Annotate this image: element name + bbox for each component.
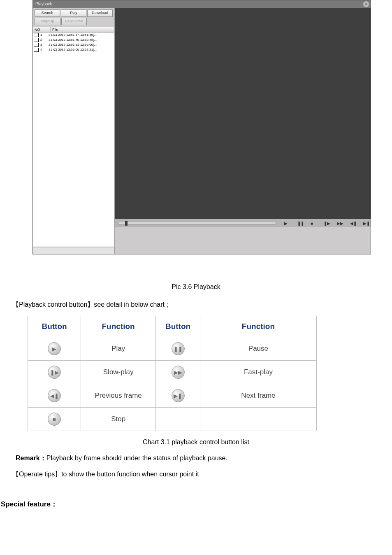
prev-frame-icon[interactable]: ◀❚ bbox=[350, 221, 354, 225]
close-icon[interactable]: ✕ bbox=[363, 1, 369, 7]
file-list-header: NO File bbox=[33, 27, 114, 33]
row-file: 31-03-2012 13:56:00-13:57:21[... bbox=[49, 47, 114, 52]
slider-thumb-icon[interactable] bbox=[125, 221, 128, 226]
th-button: Button bbox=[28, 316, 81, 337]
th-function: Function bbox=[81, 316, 156, 337]
th-function: Function bbox=[200, 316, 316, 337]
left-footer bbox=[33, 247, 114, 254]
empty-cell bbox=[200, 408, 316, 431]
row-file: 31-03-2012 13:51:40-13:52:45[... bbox=[49, 37, 114, 42]
table-row: ❚▶ Slow-play ▶▶ Fast-play bbox=[28, 361, 317, 384]
func-cell: Fast-play bbox=[200, 361, 316, 384]
download-button[interactable]: Download bbox=[87, 9, 113, 17]
th-button: Button bbox=[156, 316, 200, 337]
play-icon[interactable]: ▶ bbox=[284, 221, 288, 225]
window-titlebar: Playback ✕ bbox=[33, 0, 371, 8]
table-caption: Chart 3.1 playback control button list bbox=[12, 438, 380, 446]
func-cell: Slow-play bbox=[81, 361, 156, 384]
list-item[interactable]: 2 31-03-2012 13:51:40-13:52:45[... bbox=[33, 37, 114, 42]
remark-label: Remark： bbox=[16, 455, 46, 462]
bottom-strip bbox=[115, 227, 371, 254]
row-no: 1 bbox=[39, 33, 49, 37]
pageup-button[interactable]: PageUp bbox=[35, 18, 60, 25]
pause-icon: ❚❚ bbox=[172, 342, 185, 355]
stop-icon: ■ bbox=[48, 413, 61, 426]
row-file: 31-03-2012 13:53:31-13:56:00[... bbox=[49, 42, 114, 47]
checkbox-icon[interactable] bbox=[34, 38, 39, 42]
list-item[interactable]: 3 31-03-2012 13:53:31-13:56:00[... bbox=[33, 42, 114, 47]
pause-icon[interactable]: ❚❚ bbox=[297, 221, 302, 225]
list-item[interactable]: 1 31-03-2012 13:51:17-13:51:40[... bbox=[33, 33, 114, 37]
list-item[interactable]: 4 31-03-2012 13:56:00-13:57:21[... bbox=[33, 47, 114, 52]
func-cell: Next frame bbox=[200, 384, 316, 408]
playback-window: Playback ✕ Search Play Download PageUp P… bbox=[32, 0, 371, 254]
checkbox-icon[interactable] bbox=[34, 48, 39, 52]
operate-tips: 【Operate tips】to show the button functio… bbox=[12, 470, 380, 479]
table-row: ◀❚ Previous frame ▶❚ Next frame bbox=[28, 384, 317, 408]
video-viewport bbox=[115, 8, 371, 219]
slow-icon[interactable]: ❚▶ bbox=[324, 221, 328, 225]
remark-text: Playback by frame should under the statu… bbox=[46, 455, 227, 462]
row-no: 2 bbox=[39, 37, 49, 42]
prev-frame-icon: ◀❚ bbox=[48, 389, 61, 402]
special-feature-heading: Special feature： bbox=[1, 499, 380, 509]
func-cell: Play bbox=[81, 337, 156, 361]
checkbox-icon[interactable] bbox=[34, 43, 39, 47]
next-frame-icon[interactable]: ▶❚ bbox=[363, 221, 367, 225]
next-frame-icon: ▶❚ bbox=[172, 389, 185, 402]
progress-slider[interactable] bbox=[118, 222, 276, 224]
func-cell: Stop bbox=[81, 408, 156, 431]
play-button[interactable]: Play bbox=[61, 9, 86, 17]
playback-toolbar: ▶ ❚❚ ■ ❚▶ ▶▶ ◀❚ ▶❚ bbox=[115, 219, 371, 227]
table-row: ▶ Play ❚❚ Pause bbox=[28, 337, 317, 361]
figure-caption: Pic 3.6 Playback bbox=[12, 283, 380, 291]
row-no: 4 bbox=[39, 47, 49, 52]
play-icon: ▶ bbox=[48, 342, 61, 355]
empty-cell bbox=[156, 408, 200, 431]
pagedown-button[interactable]: PageDown bbox=[61, 18, 87, 25]
section-label: 【Playback control button】see detail in b… bbox=[12, 301, 380, 309]
search-button[interactable]: Search bbox=[35, 9, 60, 17]
file-list: 1 31-03-2012 13:51:17-13:51:40[... 2 31-… bbox=[33, 33, 114, 247]
col-no: NO bbox=[33, 27, 51, 32]
stop-icon[interactable]: ■ bbox=[311, 221, 315, 225]
func-cell: Pause bbox=[200, 337, 316, 361]
slow-icon: ❚▶ bbox=[48, 366, 61, 379]
row-file: 31-03-2012 13:51:17-13:51:40[... bbox=[49, 33, 114, 37]
table-row: ■ Stop bbox=[28, 408, 317, 431]
col-file: File bbox=[51, 27, 114, 32]
func-cell: Previous frame bbox=[81, 384, 156, 408]
row-no: 3 bbox=[39, 42, 49, 47]
remark-line: Remark：Playback by frame should under th… bbox=[16, 454, 380, 463]
fast-icon[interactable]: ▶▶ bbox=[337, 221, 341, 225]
window-title: Playback bbox=[35, 2, 52, 6]
button-function-table: Button Function Button Function ▶ Play ❚… bbox=[28, 316, 317, 431]
left-panel: Search Play Download PageUp PageDown NO … bbox=[33, 8, 115, 254]
checkbox-icon[interactable] bbox=[34, 33, 39, 37]
fast-icon: ▶▶ bbox=[172, 366, 185, 379]
